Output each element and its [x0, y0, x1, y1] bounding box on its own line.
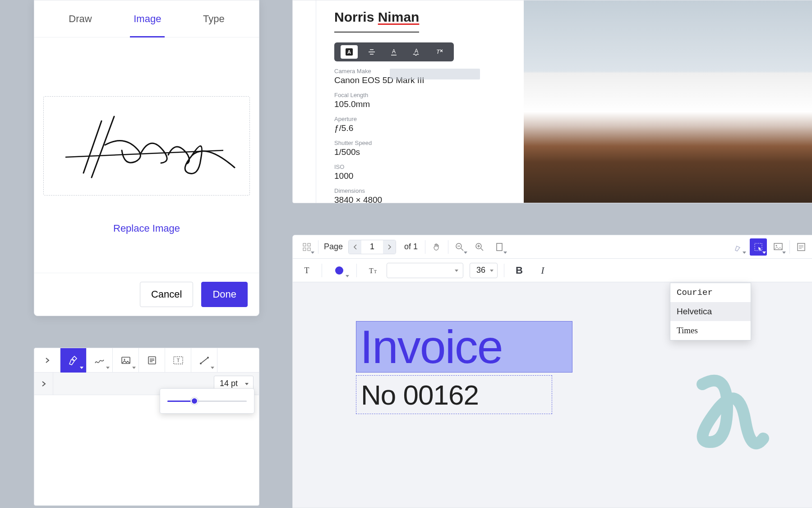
tab-image[interactable]: Image [130, 1, 165, 37]
svg-text:T: T [369, 267, 374, 275]
svg-rect-13 [308, 243, 310, 246]
svg-rect-18 [497, 243, 502, 251]
select-tool-icon[interactable] [750, 238, 767, 256]
svg-point-1 [124, 359, 125, 360]
clear-format-icon[interactable]: T [430, 45, 448, 59]
fit-page-icon[interactable] [491, 238, 508, 256]
dimensions-label: Dimensions [334, 187, 506, 194]
underline-icon[interactable]: A [385, 45, 402, 59]
main-toolbar: Page 1 of 1 [293, 235, 812, 259]
done-button[interactable]: Done [201, 282, 248, 307]
signature-image [56, 110, 237, 182]
pan-tool-icon[interactable] [428, 238, 445, 256]
svg-text:A: A [415, 48, 418, 54]
signature-footer: Cancel Done [34, 273, 259, 316]
invoice-heading: Invoice [360, 320, 503, 374]
squiggle-underline-icon[interactable]: A [408, 45, 425, 59]
page-number: 1 [361, 240, 383, 254]
insert-image-icon[interactable] [770, 238, 787, 256]
text-toolbar: T TT 36 B I [293, 259, 812, 282]
svg-text:A: A [347, 49, 351, 55]
thumbnails-icon[interactable] [298, 238, 315, 256]
italic-button[interactable]: I [534, 262, 551, 279]
font-option-times[interactable]: Times [670, 321, 751, 340]
meta-card: Norris Niman A A A T Camera MakeCanon EO… [316, 0, 524, 203]
invoice-subheading: No 00162 [361, 379, 479, 411]
text-tool-icon[interactable]: T [298, 262, 315, 279]
highlight-annotation[interactable] [390, 69, 480, 79]
svg-rect-14 [303, 248, 306, 251]
iso-value: 1000 [334, 171, 506, 181]
ink-tool[interactable] [87, 348, 113, 373]
signature-dropzone[interactable] [43, 96, 250, 196]
page-of-label: of 1 [404, 242, 418, 252]
font-size-tool-icon[interactable]: TT [363, 262, 380, 279]
tab-type[interactable]: Type [199, 1, 228, 37]
metadata-panel: Norris Niman A A A T Camera MakeCanon EO… [292, 0, 812, 203]
svg-text:T: T [374, 269, 377, 274]
signature-tabs: Draw Image Type [34, 0, 259, 37]
highlighter-tool[interactable] [60, 348, 87, 373]
page-label: Page [324, 242, 343, 252]
font-family-select[interactable] [387, 263, 463, 278]
image-tool[interactable] [113, 348, 139, 373]
page-stepper[interactable]: 1 [348, 240, 396, 254]
cancel-button[interactable]: Cancel [140, 282, 193, 307]
sticky-note-icon[interactable] [793, 238, 810, 256]
textbox-tool[interactable]: T [165, 348, 191, 373]
iso-label: ISO [334, 163, 506, 170]
dimensions-value: 3840 × 4800 [334, 195, 506, 203]
svg-text:T: T [176, 358, 180, 363]
replace-image-link[interactable]: Replace Image [34, 223, 259, 234]
page-prev-button[interactable] [349, 240, 361, 254]
font-family-menu: Courier Helvetica Times [670, 283, 751, 340]
font-option-courier[interactable]: Courier [670, 283, 751, 302]
svg-text:T: T [304, 266, 309, 275]
bold-button[interactable]: B [511, 262, 528, 279]
aperture-label: Aperture [334, 116, 506, 122]
textcolor-icon[interactable]: A [341, 45, 358, 59]
svg-text:T: T [436, 48, 440, 55]
zoom-out-icon[interactable] [451, 238, 468, 256]
svg-rect-12 [303, 243, 306, 246]
focal-length-label: Focal Length [334, 92, 506, 98]
line-tool[interactable] [191, 348, 217, 373]
text-style-toolbar: A A A T [334, 42, 454, 61]
svg-text:A: A [392, 48, 396, 55]
stroke-slider[interactable] [167, 401, 247, 402]
svg-point-21 [776, 245, 777, 246]
aperture-value: ƒ/5.6 [334, 123, 506, 133]
focal-length-value: 105.0mm [334, 99, 506, 109]
svg-rect-15 [308, 248, 310, 251]
signature-modal: Draw Image Type Replace Image Cancel Don… [34, 0, 259, 316]
strikethrough-icon[interactable] [363, 45, 380, 59]
pen-tool-icon[interactable] [730, 238, 747, 256]
text-color-picker[interactable] [328, 262, 350, 279]
tab-draw[interactable]: Draw [65, 1, 95, 37]
invoice-subheading-box[interactable]: No 00162 [356, 375, 552, 414]
meta-sidebar [293, 0, 316, 203]
invoice-editor: Page 1 of 1 T TT 36 B I Cou [292, 235, 812, 508]
font-size-select[interactable]: 36 [470, 263, 498, 278]
freehand-annotation[interactable] [684, 371, 779, 470]
zoom-in-icon[interactable] [471, 238, 488, 256]
stroke-width-slider-popover [160, 388, 254, 414]
shutter-label: Shutter Speed [334, 140, 506, 146]
annotation-panel: T 14 pt BORA MAGAZINE [34, 348, 259, 506]
note-tool[interactable] [139, 348, 165, 373]
sub-back-button[interactable] [34, 373, 53, 395]
invoice-heading-selection[interactable]: Invoice [356, 321, 572, 373]
shutter-value: 1/500s [334, 147, 506, 157]
mountain-photo [524, 0, 812, 203]
font-option-helvetica[interactable]: Helvetica [670, 302, 751, 321]
photographer-name[interactable]: Norris Niman [334, 0, 419, 33]
page-next-button[interactable] [383, 240, 396, 254]
expand-button[interactable] [34, 348, 60, 373]
annotation-toolbar: T [34, 348, 259, 373]
